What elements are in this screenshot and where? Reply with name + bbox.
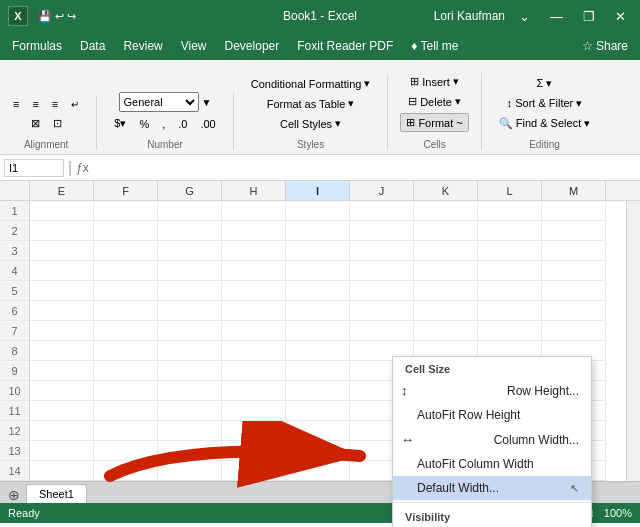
grid-cell[interactable] <box>222 381 286 401</box>
grid-cell[interactable] <box>158 201 222 221</box>
grid-cell[interactable] <box>286 301 350 321</box>
align-left-btn[interactable]: ≡ <box>8 96 24 112</box>
grid-cell[interactable] <box>222 441 286 461</box>
grid-cell[interactable] <box>222 401 286 421</box>
wrap-text-btn[interactable]: ↵ <box>66 97 84 112</box>
find-select-btn[interactable]: 🔍 Find & Select ▾ <box>494 115 596 132</box>
col-header-e[interactable]: E <box>30 181 94 200</box>
grid-cell[interactable] <box>222 321 286 341</box>
dec-inc-btn[interactable]: .0 <box>173 116 192 132</box>
grid-cell[interactable] <box>478 241 542 261</box>
grid-cell[interactable] <box>158 301 222 321</box>
menu-foxit[interactable]: Foxit Reader PDF <box>289 35 401 57</box>
insert-btn[interactable]: ⊞ Insert ▾ <box>405 73 464 90</box>
grid-cell[interactable] <box>222 361 286 381</box>
grid-cell[interactable] <box>158 341 222 361</box>
sheet1-tab[interactable]: Sheet1 <box>26 484 87 503</box>
grid-cell[interactable] <box>286 441 350 461</box>
menu-data[interactable]: Data <box>72 35 113 57</box>
col-header-h[interactable]: H <box>222 181 286 200</box>
grid-cell[interactable] <box>94 461 158 481</box>
grid-cell[interactable] <box>30 241 94 261</box>
col-header-k[interactable]: K <box>414 181 478 200</box>
grid-cell[interactable] <box>94 201 158 221</box>
grid-cell[interactable] <box>30 201 94 221</box>
number-format-arrow[interactable]: ▼ <box>202 97 212 108</box>
grid-cell[interactable] <box>30 461 94 481</box>
default-width-option[interactable]: Default Width... ↖ <box>393 476 591 500</box>
col-header-g[interactable]: G <box>158 181 222 200</box>
grid-cell[interactable] <box>158 241 222 261</box>
grid-cell[interactable] <box>222 341 286 361</box>
grid-cell[interactable] <box>478 321 542 341</box>
grid-cell[interactable] <box>414 301 478 321</box>
grid-cell[interactable] <box>478 281 542 301</box>
grid-cell[interactable] <box>542 321 606 341</box>
grid-cell[interactable] <box>30 381 94 401</box>
grid-cell[interactable] <box>542 221 606 241</box>
col-header-m[interactable]: M <box>542 181 606 200</box>
conditional-formatting-btn[interactable]: Conditional Formatting ▾ <box>246 75 376 92</box>
grid-cell[interactable] <box>478 261 542 281</box>
grid-cell[interactable] <box>414 281 478 301</box>
grid-cell[interactable] <box>30 221 94 241</box>
grid-cell[interactable] <box>414 321 478 341</box>
comma-btn[interactable]: , <box>157 116 170 132</box>
menu-developer[interactable]: Developer <box>217 35 288 57</box>
grid-cell[interactable] <box>94 341 158 361</box>
grid-cell[interactable] <box>286 461 350 481</box>
grid-cell[interactable] <box>478 201 542 221</box>
number-format-select[interactable]: General <box>119 92 199 112</box>
grid-cell[interactable] <box>94 281 158 301</box>
grid-cell[interactable] <box>542 301 606 321</box>
grid-cell[interactable] <box>94 261 158 281</box>
grid-cell[interactable] <box>286 261 350 281</box>
grid-cell[interactable] <box>286 321 350 341</box>
col-header-l[interactable]: L <box>478 181 542 200</box>
sort-filter-btn[interactable]: ↕ Sort & Filter ▾ <box>502 95 588 112</box>
grid-cell[interactable] <box>222 301 286 321</box>
add-sheet-btn[interactable]: ⊕ <box>8 487 20 503</box>
grid-cell[interactable] <box>30 341 94 361</box>
grid-cell[interactable] <box>286 421 350 441</box>
grid-cell[interactable] <box>542 261 606 281</box>
autofit-col-option[interactable]: AutoFit Column Width <box>393 452 591 476</box>
grid-cell[interactable] <box>286 381 350 401</box>
grid-cell[interactable] <box>286 401 350 421</box>
align-center-btn[interactable]: ≡ <box>27 96 43 112</box>
indent-less-btn[interactable]: ⊠ <box>26 115 45 132</box>
grid-cell[interactable] <box>350 301 414 321</box>
grid-cell[interactable] <box>158 401 222 421</box>
grid-cell[interactable] <box>222 221 286 241</box>
menu-formulas[interactable]: Formulas <box>4 35 70 57</box>
sum-btn[interactable]: Σ ▾ <box>532 75 558 92</box>
grid-cell[interactable] <box>542 241 606 261</box>
grid-cell[interactable] <box>286 221 350 241</box>
grid-cell[interactable] <box>286 361 350 381</box>
grid-cell[interactable] <box>158 261 222 281</box>
grid-cell[interactable] <box>158 361 222 381</box>
grid-cell[interactable] <box>414 241 478 261</box>
grid-cell[interactable] <box>222 421 286 441</box>
dec-dec-btn[interactable]: .00 <box>195 116 220 132</box>
grid-cell[interactable] <box>414 221 478 241</box>
close-btn[interactable]: ✕ <box>609 7 632 26</box>
maximize-btn[interactable]: ❐ <box>577 7 601 26</box>
grid-cell[interactable] <box>30 321 94 341</box>
cell-styles-btn[interactable]: Cell Styles ▾ <box>275 115 346 132</box>
menu-share[interactable]: ☆ Share <box>574 35 636 57</box>
grid-cell[interactable] <box>158 461 222 481</box>
formula-input[interactable] <box>93 161 636 175</box>
grid-cell[interactable] <box>350 321 414 341</box>
grid-cell[interactable] <box>94 381 158 401</box>
menu-view[interactable]: View <box>173 35 215 57</box>
grid-cell[interactable] <box>158 441 222 461</box>
grid-cell[interactable] <box>30 261 94 281</box>
grid-cell[interactable] <box>222 201 286 221</box>
grid-cell[interactable] <box>350 241 414 261</box>
grid-cell[interactable] <box>158 421 222 441</box>
grid-cell[interactable] <box>350 221 414 241</box>
grid-cell[interactable] <box>158 381 222 401</box>
grid-cell[interactable] <box>30 361 94 381</box>
col-header-j[interactable]: J <box>350 181 414 200</box>
